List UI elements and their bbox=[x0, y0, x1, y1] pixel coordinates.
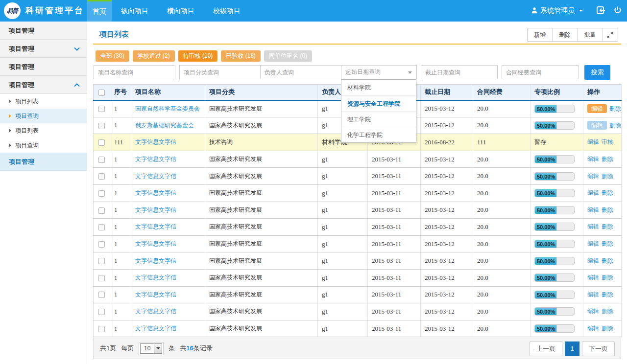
switch-account-button[interactable] bbox=[596, 6, 605, 16]
edit-action[interactable]: 编辑 bbox=[587, 325, 599, 332]
sidebar-group-item[interactable]: 项目管理 bbox=[0, 40, 87, 58]
delete-action[interactable]: 删除 bbox=[602, 156, 613, 162]
row-checkbox[interactable] bbox=[98, 326, 105, 332]
edit-action[interactable]: 编辑 bbox=[587, 138, 599, 145]
toolbar-button[interactable]: 删除 bbox=[552, 28, 577, 41]
row-checkbox[interactable] bbox=[98, 190, 105, 197]
sidebar-group-item[interactable]: 项目管理 bbox=[0, 22, 87, 40]
row-checkbox[interactable] bbox=[98, 275, 105, 281]
sidebar-sub-item[interactable]: 项目列表 bbox=[0, 123, 87, 138]
row-checkbox[interactable] bbox=[98, 157, 105, 163]
filter-chip[interactable]: 同单位重名 (0) bbox=[264, 50, 312, 62]
delete-action[interactable]: 删除 bbox=[609, 105, 621, 112]
sidebar-group-item[interactable]: 项目管理 bbox=[0, 76, 87, 94]
filter-chip[interactable]: 全部 (30) bbox=[96, 50, 129, 62]
project-name-link[interactable]: 文字信息文字信 bbox=[135, 308, 176, 315]
project-name-link[interactable]: 文字信息文字信 bbox=[135, 206, 176, 213]
toolbar-button[interactable]: 批量 bbox=[577, 28, 602, 41]
edit-action[interactable]: 编辑 bbox=[587, 308, 599, 315]
next-page-button[interactable]: 下一页 bbox=[582, 341, 615, 356]
project-name-link[interactable]: 文字信息文字信 bbox=[135, 189, 176, 196]
search-button[interactable]: 搜索 bbox=[584, 65, 610, 80]
row-checkbox[interactable] bbox=[98, 106, 105, 112]
nav-tab[interactable]: 校级项目 bbox=[209, 0, 244, 22]
delete-action[interactable]: 删除 bbox=[602, 173, 613, 180]
sidebar-group-item[interactable]: 项目管理 bbox=[0, 58, 87, 76]
delete-action[interactable]: 删除 bbox=[602, 223, 613, 230]
toolbar-button[interactable]: 新增 bbox=[528, 28, 552, 41]
user-menu[interactable]: 系统管理员 bbox=[531, 6, 583, 15]
select-all-checkbox[interactable] bbox=[98, 90, 105, 96]
delete-action[interactable]: 删除 bbox=[602, 189, 613, 196]
project-name-link[interactable]: 国家自然科学基金委员会 bbox=[135, 105, 200, 112]
row-checkbox[interactable] bbox=[98, 258, 105, 264]
delete-action[interactable]: 删除 bbox=[602, 257, 613, 264]
delete-action[interactable]: 删除 bbox=[602, 325, 613, 332]
sidebar-sub-item[interactable]: 项目查询 bbox=[0, 109, 87, 123]
start-date-select[interactable]: 起始日期查询 bbox=[341, 65, 417, 79]
edit-action[interactable]: 编辑 bbox=[587, 121, 607, 130]
delete-action[interactable]: 删除 bbox=[602, 240, 613, 247]
nav-tab[interactable]: 首页 bbox=[87, 0, 112, 22]
row-checkbox[interactable] bbox=[98, 241, 105, 248]
edit-action[interactable]: 编辑 bbox=[587, 173, 599, 180]
edit-action[interactable]: 编辑 bbox=[587, 206, 599, 213]
search-input[interactable] bbox=[421, 65, 498, 79]
current-page-button[interactable]: 1 bbox=[565, 341, 579, 356]
nav-tab[interactable]: 纵向项目 bbox=[117, 0, 152, 22]
filter-chip[interactable]: 待审核 (10) bbox=[178, 50, 218, 62]
actions-cell: 编辑删除 bbox=[583, 252, 622, 270]
row-checkbox[interactable] bbox=[98, 123, 105, 129]
page-size-select[interactable]: 10 bbox=[139, 342, 164, 355]
sidebar-sub-item[interactable]: 项目查询 bbox=[0, 138, 87, 153]
row-checkbox[interactable] bbox=[98, 139, 105, 146]
project-name-link[interactable]: 文字信息文字信 bbox=[135, 291, 176, 298]
project-name-link[interactable]: 文字信息文字信 bbox=[135, 156, 176, 162]
edit-action[interactable]: 编辑 bbox=[587, 291, 599, 298]
nav-tab[interactable]: 横向项目 bbox=[163, 0, 198, 22]
page-size-dropdown-button[interactable] bbox=[154, 344, 162, 353]
edit-action[interactable]: 编辑 bbox=[587, 156, 599, 162]
edit-action[interactable]: 编辑 bbox=[587, 240, 599, 247]
project-name-link[interactable]: 文字信息文字信 bbox=[135, 274, 176, 281]
search-input[interactable] bbox=[260, 65, 342, 79]
dropdown-option[interactable]: 理工学院 bbox=[341, 111, 416, 127]
row-checkbox[interactable] bbox=[98, 309, 105, 315]
row-checkbox[interactable] bbox=[98, 292, 105, 298]
sidebar-sub-item[interactable]: 项目列表 bbox=[0, 94, 87, 109]
project-name-link[interactable]: 文字信息文字信 bbox=[135, 240, 176, 247]
edit-action[interactable]: 编辑 bbox=[587, 223, 599, 230]
project-name-link[interactable]: 文字信息文字信 bbox=[135, 325, 176, 332]
search-input[interactable] bbox=[94, 65, 175, 79]
dropdown-option[interactable]: 材料学院 bbox=[341, 80, 416, 95]
sidebar-footer-item[interactable]: 项目管理 bbox=[0, 153, 87, 171]
edit-action[interactable]: 编辑 bbox=[587, 189, 599, 196]
expand-button[interactable] bbox=[602, 28, 618, 41]
delete-action[interactable]: 删除 bbox=[602, 206, 613, 213]
project-name-link[interactable]: 文字信息文字信 bbox=[135, 223, 176, 230]
dropdown-option[interactable]: 资源与安全工程学院 bbox=[341, 95, 416, 111]
review-action[interactable]: 审核 bbox=[602, 138, 613, 145]
project-name-link[interactable]: 文字信息文字信 bbox=[135, 257, 176, 264]
row-checkbox[interactable] bbox=[98, 224, 105, 230]
search-input[interactable] bbox=[502, 65, 579, 79]
search-input[interactable] bbox=[179, 65, 261, 79]
edit-action[interactable]: 编辑 bbox=[587, 257, 599, 264]
delete-action[interactable]: 删除 bbox=[602, 291, 613, 298]
project-name-link[interactable]: 文字信息文字信 bbox=[135, 138, 176, 145]
power-button[interactable] bbox=[613, 6, 622, 16]
edit-action[interactable]: 编辑 bbox=[587, 274, 599, 281]
delete-action[interactable]: 删除 bbox=[609, 122, 621, 129]
row-checkbox[interactable] bbox=[98, 207, 105, 214]
row-checkbox[interactable] bbox=[98, 173, 105, 180]
progress-bar: 50.00% bbox=[534, 257, 575, 265]
dropdown-option[interactable]: 化学工程学院 bbox=[341, 127, 416, 142]
project-name-link[interactable]: 俄罗斯基础研究基金会 bbox=[135, 122, 194, 129]
filter-chip[interactable]: 已验收 (18) bbox=[221, 50, 261, 62]
project-name-link[interactable]: 文字信息文字信 bbox=[135, 173, 176, 180]
delete-action[interactable]: 删除 bbox=[602, 274, 613, 281]
prev-page-button[interactable]: 上一页 bbox=[530, 341, 562, 356]
filter-chip[interactable]: 学校通过 (2) bbox=[133, 50, 175, 62]
delete-action[interactable]: 删除 bbox=[602, 308, 613, 315]
edit-action[interactable]: 编辑 bbox=[587, 104, 607, 113]
